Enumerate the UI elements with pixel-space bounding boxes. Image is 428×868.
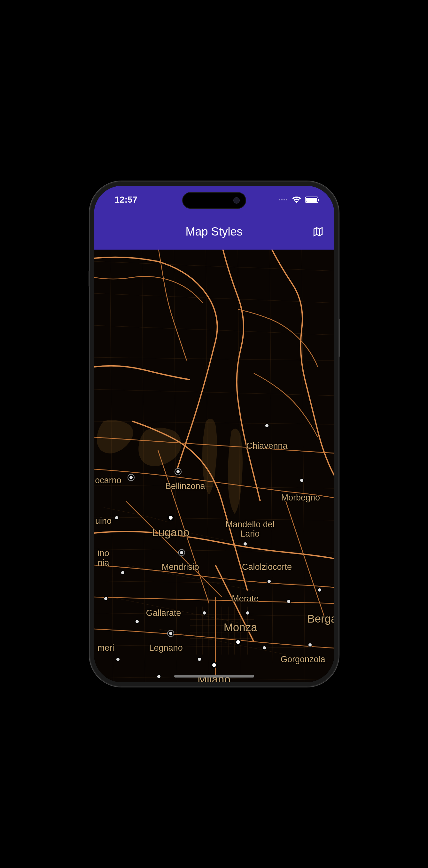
city-label-meri: meri (97, 643, 115, 653)
city-marker-gorgonzola[interactable] (308, 643, 312, 647)
city-label-morbegno: Morbegno (281, 493, 320, 503)
city-marker-monza[interactable] (236, 640, 241, 645)
city-marker-unnamed-6[interactable] (197, 657, 202, 661)
city-label-lugano: Lugano (152, 526, 189, 539)
city-label-milano: Milano (197, 673, 231, 682)
city-marker-bellinzona[interactable] (176, 469, 180, 474)
battery-icon (305, 196, 318, 203)
home-indicator[interactable] (174, 675, 254, 678)
city-marker-uino1[interactable] (115, 516, 119, 520)
city-label-gallarate: Gallarate (146, 608, 181, 618)
city-marker-chiavenna[interactable] (265, 424, 269, 428)
city-marker-gallarate[interactable] (135, 619, 140, 624)
city-marker-unnamed-5[interactable] (116, 657, 120, 661)
map-roads (94, 250, 334, 682)
city-label-legnano: Legnano (149, 643, 183, 653)
map-view[interactable]: ChiavennaocarnoBellinzonaMorbegnouinoLug… (94, 250, 334, 682)
city-marker-legnano[interactable] (169, 631, 173, 636)
page-title: Map Styles (185, 225, 242, 239)
city-label-uino1: uino (95, 516, 112, 526)
city-label-locarno: ocarno (95, 475, 121, 486)
wifi-icon (292, 196, 301, 203)
cellular-indicator (279, 199, 287, 200)
city-label-mandello: Mandello delLario (226, 520, 275, 539)
city-marker-unnamed-2[interactable] (202, 611, 207, 615)
city-marker-unnamed-3[interactable] (286, 599, 291, 604)
camera-dot (233, 197, 240, 204)
city-marker-unnamed-8[interactable] (157, 674, 161, 679)
city-marker-merate[interactable] (245, 611, 250, 615)
city-label-mendrisio: Mendrisio (162, 562, 199, 572)
city-marker-unnamed-4[interactable] (317, 588, 322, 592)
city-label-ino: inonia (98, 549, 109, 567)
city-marker-unnamed-7[interactable] (262, 646, 267, 650)
city-marker-lugano[interactable] (168, 515, 173, 520)
map-style-button[interactable] (312, 225, 325, 238)
city-marker-unnamed-1[interactable] (103, 596, 108, 601)
status-time: 12:57 (115, 195, 138, 205)
city-marker-calolziocorte[interactable] (267, 579, 271, 584)
city-label-chiavenna: Chiavenna (246, 441, 287, 451)
city-marker-milano[interactable] (212, 662, 217, 668)
nav-bar: Map Styles (94, 214, 334, 250)
city-label-merate: Merate (232, 594, 258, 604)
screen: 12:57 Map Styles (94, 186, 334, 682)
svg-marker-0 (314, 227, 323, 236)
city-label-bellinzona: Bellinzona (165, 481, 205, 491)
city-marker-morbegno[interactable] (300, 478, 304, 483)
city-label-calolziocorte: Calolziocorte (242, 562, 292, 572)
city-label-gorgonzola: Gorgonzola (281, 654, 326, 664)
map-icon (313, 226, 324, 237)
dynamic-island (182, 192, 246, 209)
city-marker-locarno[interactable] (129, 475, 133, 480)
status-icons (279, 196, 318, 203)
city-label-monza: Monza (224, 621, 257, 634)
city-marker-unnamed-0[interactable] (121, 570, 125, 575)
city-label-bergamo: Berga (307, 612, 334, 625)
city-marker-mendrisio[interactable] (179, 550, 184, 555)
city-marker-mandello[interactable] (243, 542, 247, 546)
phone-frame: 12:57 Map Styles (90, 181, 339, 687)
